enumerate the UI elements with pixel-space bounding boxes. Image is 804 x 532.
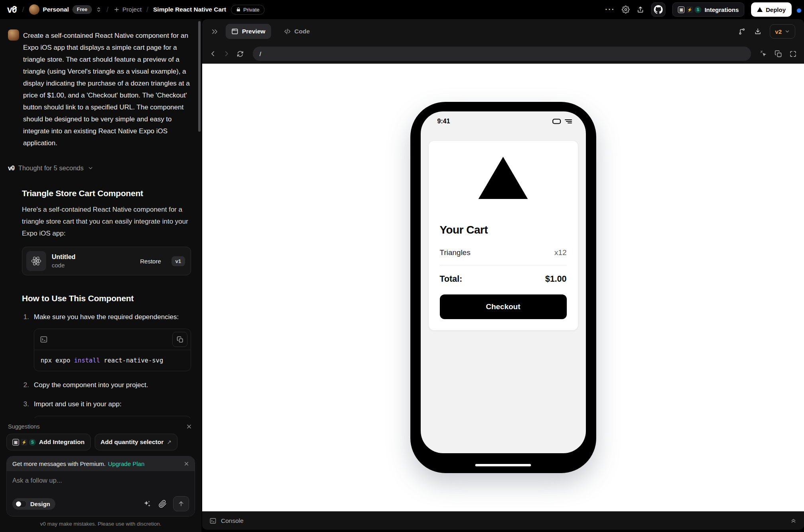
breadcrumb-separator: / xyxy=(146,6,148,14)
integration-notion-icon: ▣ xyxy=(678,6,685,13)
v0-logo-icon[interactable]: v0 xyxy=(7,4,18,15)
code-card-subtitle: code xyxy=(52,262,76,269)
list-item: 1. Make sure you have the required depen… xyxy=(22,312,191,322)
user-message-avatar xyxy=(8,29,19,41)
copy-button[interactable] xyxy=(172,332,187,347)
disclaimer-text: v0 may make mistakes. Please use with di… xyxy=(0,516,201,532)
forward-button[interactable] xyxy=(223,50,230,57)
inspect-cursor-icon[interactable] xyxy=(760,50,767,58)
restore-button[interactable]: Restore xyxy=(140,258,161,265)
code-card-title: Untitled xyxy=(52,253,76,261)
terminal-icon xyxy=(209,517,217,524)
settings-gear-icon[interactable] xyxy=(622,6,630,14)
fullscreen-icon[interactable] xyxy=(789,50,797,58)
add-project-button[interactable]: Project xyxy=(113,6,142,13)
status-time: 9:41 xyxy=(437,118,450,125)
thought-toggle[interactable]: v0 Thought for 5 seconds xyxy=(8,164,193,172)
home-indicator xyxy=(475,464,531,466)
cart-total-row: Total: $1.00 xyxy=(440,274,567,284)
integration-stripe-icon: S xyxy=(29,439,36,446)
terminal-icon xyxy=(40,335,48,343)
response-title: Triangle Store Cart Component xyxy=(22,189,191,198)
toggle-switch xyxy=(15,500,27,508)
chat-messages: Create a self-contained React Native com… xyxy=(0,19,201,418)
design-toggle[interactable]: Design xyxy=(12,498,55,510)
workspace-switcher[interactable]: Personal Free xyxy=(29,4,102,15)
vercel-triangle-icon xyxy=(757,7,763,12)
sidebar-bottom: Suggestions ▣ ⚡ S Add Integration Add qu… xyxy=(0,420,201,532)
sparkles-icon[interactable] xyxy=(143,500,151,508)
list-item: 3. Import and use it in your app: xyxy=(22,399,191,409)
back-button[interactable] xyxy=(209,50,217,57)
arrow-up-icon xyxy=(178,500,185,507)
phone-screen: 9:41 Your Cart Triangles x12 xyxy=(421,111,586,453)
suggestion-add-quantity-button[interactable]: Add quantity selector ↗ xyxy=(95,434,178,450)
code-icon xyxy=(284,28,291,35)
workbench-panel: Preview Code v2 xyxy=(202,19,804,530)
collapse-sidebar-icon[interactable] xyxy=(211,28,219,35)
preview-navbar: / xyxy=(202,44,804,64)
workbench-toolbar: Preview Code v2 xyxy=(202,19,804,44)
tab-preview[interactable]: Preview xyxy=(226,24,271,39)
plus-icon xyxy=(113,6,120,13)
phone-statusbar: 9:41 xyxy=(421,111,586,125)
integration-stripe-icon: S xyxy=(695,6,701,13)
status-signal-icon xyxy=(564,118,572,125)
more-menu-button[interactable]: ··· xyxy=(605,5,615,14)
checkout-button[interactable]: Checkout xyxy=(440,294,567,319)
privacy-badge[interactable]: Private xyxy=(231,5,264,15)
status-battery-icon xyxy=(552,118,562,125)
cart-title: Your Cart xyxy=(440,224,567,236)
response-intro: Here's a self-contained React Native com… xyxy=(22,204,191,240)
url-text: / xyxy=(260,51,261,57)
send-button[interactable] xyxy=(173,496,189,511)
code-block-card[interactable]: Untitled code Restore v1 xyxy=(22,247,191,275)
arrow-up-right-icon: ↗ xyxy=(167,439,172,445)
share-icon[interactable] xyxy=(636,6,644,14)
upgrade-plan-link[interactable]: Upgrade Plan xyxy=(108,460,144,467)
open-new-window-icon[interactable] xyxy=(775,50,782,58)
chevrons-up-down-icon[interactable] xyxy=(96,6,102,13)
suggestion-add-integration-button[interactable]: ▣ ⚡ S Add Integration xyxy=(6,434,91,450)
close-suggestions-icon[interactable] xyxy=(186,424,192,429)
howto-title: How to Use This Component xyxy=(22,294,191,303)
attachment-paperclip-icon[interactable] xyxy=(158,500,167,508)
assistant-response: Triangle Store Cart Component Here's a s… xyxy=(8,189,193,418)
refresh-icon[interactable] xyxy=(236,50,244,58)
integrations-label: Integrations xyxy=(704,6,739,13)
url-bar[interactable]: / xyxy=(253,47,751,61)
cart-item-row: Triangles x12 xyxy=(440,248,567,265)
console-bar[interactable]: Console xyxy=(202,511,804,530)
preview-canvas: 9:41 Your Cart Triangles x12 xyxy=(202,64,804,511)
browser-window-icon xyxy=(231,28,238,35)
suggestions-label: Suggestions xyxy=(8,423,40,430)
github-button[interactable] xyxy=(651,2,665,17)
version-badge: v1 xyxy=(172,256,185,266)
lock-icon xyxy=(236,7,241,12)
premium-banner: Get more messages with Premium. Upgrade … xyxy=(7,456,195,471)
workspace-name: Personal xyxy=(43,6,69,13)
integration-bolt-icon: ⚡ xyxy=(21,439,27,446)
breadcrumb-separator: / xyxy=(22,6,24,14)
cart-card: Your Cart Triangles x12 Total: $1.00 Che… xyxy=(429,141,578,330)
download-icon[interactable] xyxy=(754,27,762,35)
followup-input[interactable] xyxy=(12,477,189,484)
sidebar-scrollbar[interactable] xyxy=(198,21,201,132)
react-icon xyxy=(26,251,46,271)
code-snippet: npx expo install react-native-svg xyxy=(34,350,191,371)
add-project-label: Project xyxy=(123,6,142,13)
version-selector[interactable]: v2 xyxy=(770,24,795,39)
cart-item-name: Triangles xyxy=(440,248,470,257)
integrations-button[interactable]: ▣ ⚡ S Integrations xyxy=(672,2,744,17)
copy-icon xyxy=(177,336,183,343)
iphone-mockup: 9:41 Your Cart Triangles x12 xyxy=(410,102,596,473)
chevron-down-icon xyxy=(88,165,94,171)
user-message-text: Create a self-contained React Native com… xyxy=(23,29,193,149)
expand-console-icon[interactable] xyxy=(790,517,797,524)
tab-code[interactable]: Code xyxy=(278,24,316,39)
chat-title: Simple React Native Cart xyxy=(153,6,226,13)
close-banner-icon[interactable] xyxy=(184,461,189,466)
git-branch-icon[interactable] xyxy=(738,27,746,35)
list-item: 2. Copy the component into your project. xyxy=(22,380,191,390)
deploy-button[interactable]: Deploy xyxy=(751,2,792,17)
